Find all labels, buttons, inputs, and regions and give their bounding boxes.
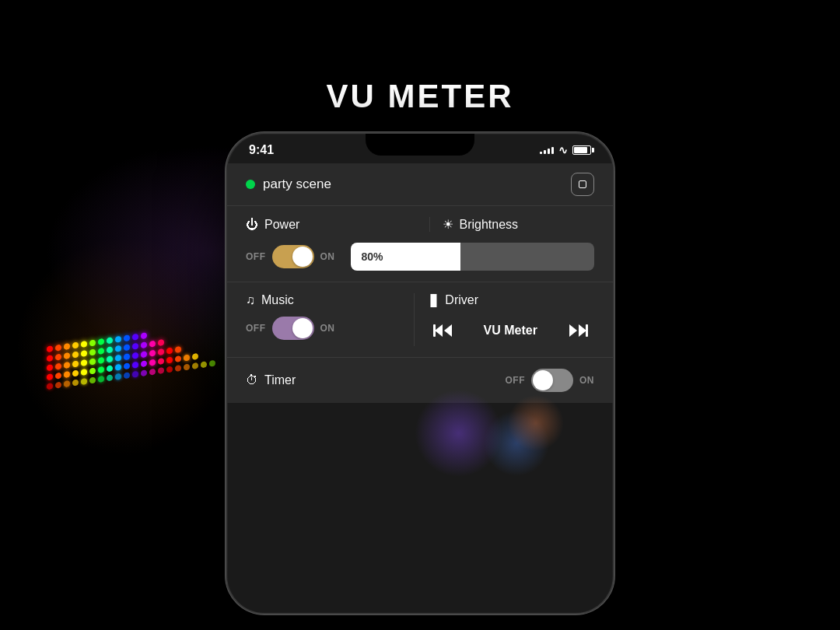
signal-bar-4 — [551, 147, 554, 154]
timer-label: ⏱ Timer — [246, 373, 506, 387]
power-toggle[interactable]: OFF ON — [246, 245, 335, 268]
brightness-label-text: Brightness — [460, 218, 519, 232]
timer-section: ⏱ Timer OFF ON — [227, 358, 613, 403]
svg-rect-1 — [433, 324, 436, 337]
power-brightness-section: ⏻ Power ☀ Brightness OFF O — [227, 206, 613, 282]
power-brightness-controls: OFF ON 80% — [246, 243, 594, 271]
vu-next-button[interactable] — [563, 315, 594, 346]
stop-icon — [579, 180, 586, 188]
timer-label-text: Timer — [264, 373, 296, 387]
music-on-label: ON — [320, 323, 335, 334]
svg-marker-0 — [435, 324, 443, 337]
vu-meter-name: VU Meter — [484, 324, 537, 338]
led-strips — [47, 323, 215, 390]
battery-icon — [572, 145, 591, 155]
page-title: VU METER — [0, 78, 840, 115]
music-label: ♫ Music — [246, 293, 414, 307]
phone-body: 9:41 ∿ party scene — [226, 132, 614, 614]
timer-toggle-thumb — [533, 370, 553, 390]
scene-active-dot — [246, 180, 255, 189]
scene-header: party scene — [227, 163, 613, 206]
svg-marker-4 — [579, 324, 586, 337]
music-driver-layout: ♫ Music OFF ON ▐▌ — [246, 293, 594, 346]
timer-off-label: OFF — [506, 375, 526, 386]
brightness-icon: ☀ — [443, 217, 453, 232]
driver-icon: ▐▌ — [427, 294, 439, 306]
signal-bar-1 — [540, 152, 542, 154]
timer-toggle[interactable]: OFF ON — [506, 369, 595, 392]
music-label-text: Music — [261, 293, 294, 307]
signal-bars-icon — [540, 147, 554, 154]
signal-bar-3 — [548, 149, 550, 154]
battery-fill — [574, 147, 587, 153]
brightness-slider[interactable]: 80% — [351, 243, 595, 271]
driver-label-text: Driver — [445, 293, 478, 307]
power-toggle-track[interactable] — [272, 245, 314, 268]
power-off-label: OFF — [246, 251, 266, 262]
power-on-label: ON — [320, 251, 335, 262]
power-label-text: Power — [264, 218, 299, 232]
timer-toggle-track[interactable] — [531, 369, 573, 392]
timer-icon: ⏱ — [246, 373, 258, 387]
phone-bottom-fade — [227, 551, 613, 613]
wifi-icon: ∿ — [558, 144, 568, 156]
music-column: ♫ Music OFF ON — [246, 293, 414, 346]
status-icons: ∿ — [540, 144, 591, 156]
phone-notch — [366, 134, 474, 156]
svg-marker-2 — [444, 324, 452, 337]
driver-column: ▐▌ Driver — [414, 293, 595, 346]
skip-forward-icon — [568, 320, 590, 341]
app-content: party scene ⏻ Power ☀ Brightness — [227, 163, 613, 403]
music-off-label: OFF — [246, 323, 266, 334]
signal-bar-2 — [544, 150, 546, 154]
section-labels: ⏻ Power ☀ Brightness — [246, 217, 594, 232]
vu-meter-controls: VU Meter — [427, 315, 595, 346]
power-label: ⏻ Power — [246, 217, 398, 232]
music-toggle[interactable]: OFF ON — [246, 317, 414, 340]
power-toggle-thumb — [292, 247, 313, 267]
scene-name-label: party scene — [263, 177, 331, 192]
vu-prev-button[interactable] — [427, 315, 458, 346]
brightness-label: ☀ Brightness — [429, 217, 595, 232]
power-icon: ⏻ — [246, 218, 258, 232]
brightness-value-label: 80% — [362, 250, 383, 263]
music-icon: ♫ — [246, 293, 255, 307]
svg-rect-5 — [586, 324, 588, 337]
scene-info: party scene — [246, 177, 331, 192]
music-driver-section: ♫ Music OFF ON ▐▌ — [227, 282, 613, 358]
brightness-slider-container[interactable]: 80% — [351, 243, 595, 271]
status-time: 9:41 — [249, 143, 274, 157]
scene-stop-button[interactable] — [571, 173, 594, 196]
music-toggle-thumb — [292, 318, 313, 338]
skip-back-icon — [432, 320, 453, 341]
phone-mockup: 9:41 ∿ party scene — [226, 132, 614, 614]
driver-label: ▐▌ Driver — [427, 293, 595, 307]
timer-on-label: ON — [579, 375, 594, 386]
svg-marker-3 — [569, 324, 577, 337]
music-toggle-track[interactable] — [272, 317, 314, 340]
